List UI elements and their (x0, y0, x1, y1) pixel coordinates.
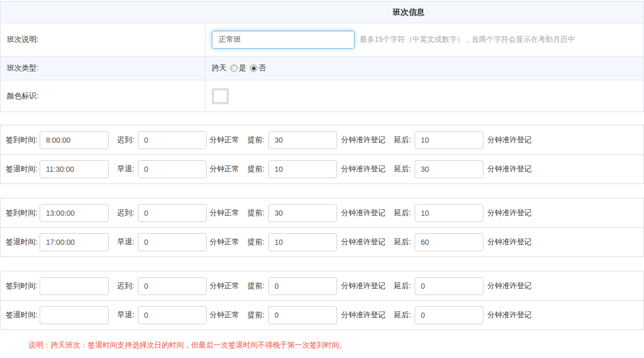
shift-config-page: 班次信息 班次说明: 最多15个字符（中英文或数字），首两个字符会显示在考勤月历… (0, 0, 644, 350)
shift-info-panel: 班次信息 班次说明: 最多15个字符（中英文或数字），首两个字符会显示在考勤月历… (0, 1, 644, 112)
early-label: 提前: (248, 310, 265, 320)
minutes-register-label: 分钟准许登记 (341, 310, 386, 320)
color-swatch[interactable] (212, 88, 229, 104)
shift-type-row: 班次类型: 跨天 是 否 (1, 56, 643, 80)
minutes-register-label: 分钟准许登记 (488, 237, 532, 247)
checkin-time-input[interactable] (40, 131, 109, 149)
checkin-row-1: 签到时间: 迟到: 分钟正常 提前: 分钟准许登记 延后: 分钟准许登记 (1, 125, 643, 154)
shift-description-content: 最多15个字符（中英文或数字），首两个字符会显示在考勤月历中 (206, 31, 643, 49)
early-label: 提前: (248, 135, 265, 145)
checkout-row-1: 签退时间: 早退: 分钟正常 提前: 分钟准许登记 延后: 分钟准许登记 (1, 154, 643, 183)
color-mark-label: 颜色标识: (1, 80, 206, 112)
leave-early-label: 早退: (117, 310, 134, 320)
checkin-time-label: 签到时间: (6, 135, 38, 145)
radio-no-icon[interactable] (250, 65, 257, 72)
checkin-time-input[interactable] (40, 277, 109, 295)
late-label: 迟到: (117, 135, 134, 145)
late-label: 迟到: (117, 208, 134, 218)
early-minutes-input[interactable] (268, 306, 337, 324)
minutes-normal-label: 分钟正常 (210, 135, 239, 145)
early-label: 提前: (248, 281, 265, 291)
shift-type-label: 班次类型: (1, 57, 206, 80)
delay-label: 延后: (394, 135, 411, 145)
checkin-row-3: 签到时间: 迟到: 分钟正常 提前: 分钟准许登记 延后: 分钟准许登记 (1, 271, 643, 300)
leave-early-minutes-input[interactable] (138, 306, 207, 324)
cross-day-option-yes[interactable]: 是 (230, 63, 246, 73)
minutes-register-label: 分钟准许登记 (341, 164, 386, 174)
leave-early-label: 早退: (117, 237, 134, 247)
color-mark-row: 颜色标识: (1, 80, 643, 112)
early-minutes-input[interactable] (268, 277, 337, 295)
shift-type-content: 跨天 是 否 (206, 63, 643, 73)
minutes-normal-label: 分钟正常 (210, 237, 239, 247)
delay-minutes-input[interactable] (415, 160, 483, 178)
shift-description-row: 班次说明: 最多15个字符（中英文或数字），首两个字符会显示在考勤月历中 (1, 23, 643, 56)
delay-label: 延后: (394, 208, 411, 218)
cross-day-label: 跨天 (212, 63, 227, 73)
radio-yes-label: 是 (239, 63, 246, 73)
early-minutes-input[interactable] (268, 160, 337, 178)
delay-label: 延后: (394, 281, 411, 291)
early-minutes-input[interactable] (268, 131, 337, 149)
time-section-3: 签到时间: 迟到: 分钟正常 提前: 分钟准许登记 延后: 分钟准许登记 签退时… (0, 271, 644, 330)
minutes-register-label: 分钟准许登记 (488, 164, 532, 174)
delay-label: 延后: (394, 164, 411, 174)
delay-minutes-input[interactable] (415, 204, 483, 222)
checkin-time-input[interactable] (40, 204, 109, 222)
cross-day-option-no[interactable]: 否 (250, 63, 266, 73)
shift-info-header-row: 班次信息 (1, 2, 643, 23)
checkout-time-label: 签退时间: (6, 310, 38, 320)
time-section-2: 签到时间: 迟到: 分钟正常 提前: 分钟准许登记 延后: 分钟准许登记 签退时… (0, 198, 644, 257)
minutes-register-label: 分钟准许登记 (341, 281, 386, 291)
early-minutes-input[interactable] (268, 204, 337, 222)
minutes-normal-label: 分钟正常 (210, 310, 239, 320)
late-minutes-input[interactable] (138, 204, 207, 222)
leave-early-minutes-input[interactable] (138, 233, 207, 251)
shift-description-input[interactable] (212, 31, 354, 49)
leave-early-minutes-input[interactable] (138, 160, 207, 178)
radio-yes-icon[interactable] (230, 65, 238, 72)
delay-minutes-input[interactable] (415, 233, 483, 251)
early-label: 提前: (248, 208, 265, 218)
checkout-time-label: 签退时间: (6, 164, 38, 174)
minutes-normal-label: 分钟正常 (210, 164, 239, 174)
checkout-row-2: 签退时间: 早退: 分钟正常 提前: 分钟准许登记 延后: 分钟准许登记 (1, 227, 643, 256)
cross-day-note: 说明：跨天班次：签退时间支持选择次日的时间，但最后一次签退时间不得晚于第一次签到… (29, 341, 644, 350)
cross-day-radio-group: 是 否 (227, 63, 266, 73)
checkout-time-input[interactable] (40, 160, 109, 178)
early-label: 提前: (248, 164, 265, 174)
early-label: 提前: (248, 237, 265, 247)
shift-description-label: 班次说明: (1, 23, 206, 56)
minutes-register-label: 分钟准许登记 (488, 310, 532, 320)
leave-early-label: 早退: (117, 164, 134, 174)
checkin-row-2: 签到时间: 迟到: 分钟正常 提前: 分钟准许登记 延后: 分钟准许登记 (1, 198, 643, 227)
minutes-register-label: 分钟准许登记 (488, 208, 532, 218)
minutes-register-label: 分钟准许登记 (341, 208, 386, 218)
minutes-register-label: 分钟准许登记 (488, 281, 532, 291)
minutes-register-label: 分钟准许登记 (341, 135, 386, 145)
minutes-register-label: 分钟准许登记 (488, 135, 532, 145)
late-minutes-input[interactable] (138, 131, 207, 149)
page-title: 班次信息 (206, 7, 643, 17)
delay-minutes-input[interactable] (415, 277, 483, 295)
shift-description-hint: 最多15个字符（中英文或数字），首两个字符会显示在考勤月历中 (360, 35, 575, 44)
delay-minutes-input[interactable] (415, 131, 483, 149)
early-minutes-input[interactable] (268, 233, 337, 251)
delay-label: 延后: (394, 237, 411, 247)
delay-minutes-input[interactable] (415, 306, 483, 324)
minutes-normal-label: 分钟正常 (210, 208, 239, 218)
checkin-time-label: 签到时间: (6, 208, 38, 218)
color-mark-content (206, 88, 643, 104)
checkout-time-input[interactable] (40, 233, 109, 251)
late-label: 迟到: (117, 281, 134, 291)
minutes-normal-label: 分钟正常 (210, 281, 239, 291)
radio-no-label: 否 (258, 63, 266, 73)
checkout-time-input[interactable] (40, 306, 109, 324)
late-minutes-input[interactable] (138, 277, 207, 295)
checkout-row-3: 签退时间: 早退: 分钟正常 提前: 分钟准许登记 延后: 分钟准许登记 (1, 300, 643, 329)
minutes-register-label: 分钟准许登记 (341, 237, 386, 247)
time-section-1: 签到时间: 迟到: 分钟正常 提前: 分钟准许登记 延后: 分钟准许登记 签退时… (0, 125, 644, 184)
checkin-time-label: 签到时间: (6, 281, 38, 291)
delay-label: 延后: (394, 310, 411, 320)
checkout-time-label: 签退时间: (6, 237, 38, 247)
